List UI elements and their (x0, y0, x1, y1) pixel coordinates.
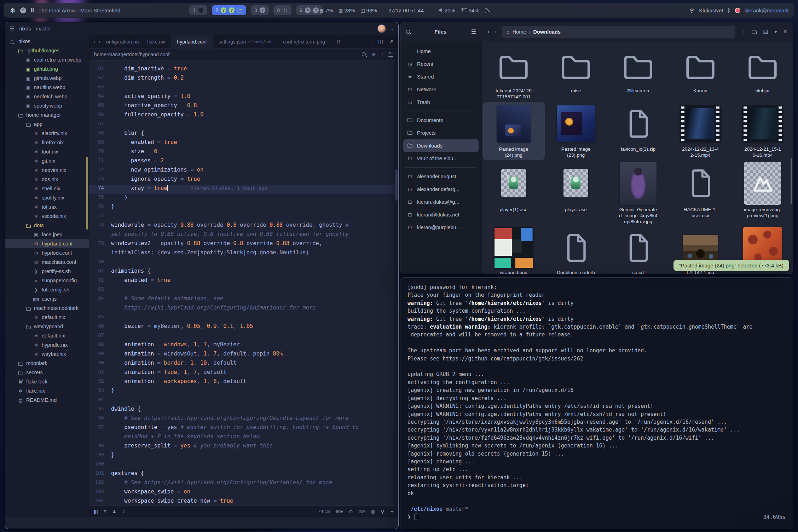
sidebar-item-documents[interactable]: Documents (403, 114, 479, 127)
split-pane-icon[interactable]: ◫ (378, 39, 383, 45)
code-line[interactable]: 83 (89, 286, 398, 295)
code-line[interactable]: 80 (89, 259, 398, 268)
tree-item-app[interactable]: app (5, 120, 89, 129)
terminal-window[interactable]: [sudo] password for kierank:Place your f… (400, 277, 793, 529)
file-item-doubloonleaderb[interactable]: DoubloonLeaderb oard.csv (545, 227, 607, 274)
inline-assist-icon[interactable]: I (381, 52, 383, 57)
tree-item-flake-nix[interactable]: ❄flake.nix (5, 386, 89, 395)
tree-item-flake-lock[interactable]: flake.lock (5, 377, 89, 386)
files-forward-icon[interactable]: › (495, 28, 497, 35)
zoom-pane-icon[interactable]: ↗ (389, 39, 393, 45)
tree-item-obs-nix[interactable]: ❄obs.nix (5, 175, 89, 184)
tree-item-user-js[interactable]: JSuser.js (5, 294, 89, 303)
tree-item-spotify-nix[interactable]: ❄spotify.nix (5, 193, 89, 202)
tree-item-cool-retro-term-webp[interactable]: ▣cool-retro-term.webp (5, 55, 89, 64)
code-line[interactable]: 87 (89, 332, 398, 341)
tree-item-waybar-nix[interactable]: ❄waybar.nix (5, 349, 89, 359)
bluetooth-icon[interactable]: ᛒ (728, 7, 731, 13)
tree-item-macchiato-conf[interactable]: ⚙macchiato.conf (5, 258, 89, 267)
code-line[interactable]: 99} (89, 452, 398, 461)
sidebar-item-kieran-klukas-net[interactable]: ⊡kieran@klukas.net (403, 208, 479, 221)
code-line[interactable]: 103 workspace_swipe = on (89, 488, 398, 498)
tree-item-github-webp[interactable]: ▣github.webp (5, 74, 89, 83)
sidebar-item-trash[interactable]: ⊔Trash (403, 96, 479, 109)
files-breadcrumb[interactable]: ⌂ Home / Downloads (502, 26, 735, 38)
sidebar-item-alexander-defarg-[interactable]: ⊡alexander.defarg... (403, 183, 479, 196)
code-line[interactable]: 88 animation = windows, 1, 7, myBezier (89, 341, 398, 351)
code-line[interactable]: initialClass: (dev.zed.Zed|spotify|Slack… (89, 249, 398, 259)
git-branch-button[interactable]: master (36, 26, 51, 31)
language-selector[interactable]: env (335, 509, 343, 514)
sidebar-item-vault-of-the-eldu-[interactable]: ⊡vault of the eldu... (403, 152, 479, 165)
tab-cool-retro-term-png[interactable]: cool-retro-term.png (277, 35, 331, 48)
file-item-ca-crt[interactable]: ca.crt (607, 227, 669, 274)
tree-item-machines-moonlark[interactable]: machines/moonlark (5, 303, 89, 313)
code-line[interactable]: 74 xray = trueKieran Klukas, 1 hour ago (89, 185, 398, 194)
sidebar-item-network[interactable]: ⊡Network (403, 83, 479, 96)
tree-item-github-png[interactable]: ▣github.png (5, 64, 89, 74)
code-line[interactable]: set opacity to 0.88 active, 0.8 inactive… (89, 231, 398, 240)
tree-item-git-nix[interactable]: ❄git.nix (5, 156, 89, 166)
tab-onfiguration-nix[interactable]: onfiguration.nix (105, 35, 141, 48)
avatar[interactable] (378, 25, 386, 33)
tree-item-firefox-nix[interactable]: ❄firefox.nix (5, 138, 89, 147)
diagnostics-check-icon[interactable]: ✓ (122, 509, 126, 514)
tab-settings-json[interactable]: settings.json~/.config/zed (213, 35, 277, 48)
code-line[interactable]: 90 animation = border, 1, 10, default (89, 360, 398, 369)
code-line[interactable]: 98 preserve_split = yes # you probably w… (89, 443, 398, 452)
nav-back-icon[interactable]: ‹ (93, 39, 95, 45)
code-line[interactable]: 69 enabled = true (89, 139, 398, 148)
file-item-gemini-generate[interactable]: Gemini_Generate d_Image_4rqv8k4 rqv8k4rq… (607, 160, 669, 227)
sidebar-item-recent[interactable]: ◷Recent (403, 58, 479, 70)
tree-item-vscode-nix[interactable]: ❄vscode.nix (5, 212, 89, 221)
tree-item--github-images[interactable]: .github/images (5, 46, 89, 55)
nixos-logo-icon[interactable]: ❄ (10, 6, 16, 15)
tree-item-readme-md[interactable]: ▤README.md (5, 395, 89, 405)
tab-r[interactable]: R (331, 35, 346, 48)
code-line[interactable]: 75 } (89, 194, 398, 203)
code-line[interactable]: https://wiki.hyprland.org/Configuring/An… (89, 305, 398, 314)
code-line[interactable]: 68 blur { (89, 130, 398, 139)
editor-scrollbar[interactable] (394, 60, 398, 505)
code-line[interactable]: 92 animation = workspaces, 1, 6, default (89, 378, 398, 387)
cursor-position[interactable]: 74:18 (318, 509, 330, 514)
code-line[interactable]: 78windowrule = opacity 0.88 override 0.8… (89, 222, 398, 231)
idle-inhibitor-icon[interactable] (485, 8, 490, 13)
sidebar-item-kieran-purplebu-[interactable]: ⊡kieran@purplebu... (403, 221, 479, 234)
tree-item-sunpaperconfig[interactable]: ≡sunpaperconfig (5, 276, 89, 285)
file-item-player-1-ase[interactable]: player(1).ase (482, 160, 545, 227)
file-item-blobjar[interactable]: blobjar (732, 46, 793, 102)
wifi-icon[interactable] (688, 8, 695, 13)
view-toggle-icon[interactable]: ▤ (763, 29, 768, 35)
tree-item-spotify-webp[interactable]: ▣spotify.webp (5, 101, 89, 110)
tree-item-moonlark[interactable]: moonlark (5, 359, 89, 368)
code-line[interactable]: 89 animation = windowsOut, 1, 7, default… (89, 351, 398, 360)
tree-item-shell-nix[interactable]: ❄shell.nix (5, 184, 89, 193)
code-line[interactable]: 86 bezier = myBezier, 0.05, 0.9, 0.1, 1.… (89, 323, 398, 332)
file-item-player-ase[interactable]: player.ase (545, 160, 607, 227)
tree-item-foot-nix[interactable]: ❄foot.nix (5, 147, 89, 156)
file-item-pasted-image[interactable]: Pasted image (23).png (545, 102, 607, 160)
code-line[interactable]: 71 passes = 2 (89, 157, 398, 167)
code-line[interactable]: 62 dim_strength = 0.2 (89, 75, 398, 84)
code-line[interactable]: 96 # See https://wiki.hyprland.org/Confi… (89, 415, 398, 424)
tree-item-default-nix[interactable]: ❄default.nix (5, 313, 89, 322)
workspace-3[interactable]: 3? (251, 5, 269, 15)
file-item-silkscreen[interactable]: Silkscreen (607, 46, 669, 102)
collab-panel-icon[interactable]: ♟ (112, 509, 116, 514)
project-panel-toggle-icon[interactable]: ◧ (93, 509, 98, 514)
wifi-ssid[interactable]: KlukasNet (699, 7, 723, 13)
files-search-icon[interactable] (406, 30, 410, 34)
workspace-2[interactable]: 2?? (212, 5, 246, 15)
file-item-misc[interactable]: misc (545, 46, 607, 102)
search-icon[interactable] (362, 52, 366, 56)
sidebar-item-home[interactable]: ⌂Home (403, 45, 479, 58)
tree-item-tofi-nix[interactable]: ❄tofi.nix (5, 202, 89, 212)
file-item-hackatime-1-[interactable]: HACKATIME-1- user.csv (669, 160, 732, 227)
code-line[interactable]: 102 # See https://wiki.hyprland.org/Conf… (89, 479, 398, 488)
tree-item-wm-hyprland[interactable]: wm/hyprland (5, 322, 89, 331)
code-line[interactable]: 79windowrulev2 = opacity 0.88 override 0… (89, 240, 398, 249)
sidebar-item-alesander-august-[interactable]: ⊡alesander.august... (403, 170, 479, 183)
tree-item-hyprland-conf[interactable]: ⚙hyprland.conf (5, 239, 89, 248)
sidebar-item-starred[interactable]: ★Starred (403, 70, 479, 83)
